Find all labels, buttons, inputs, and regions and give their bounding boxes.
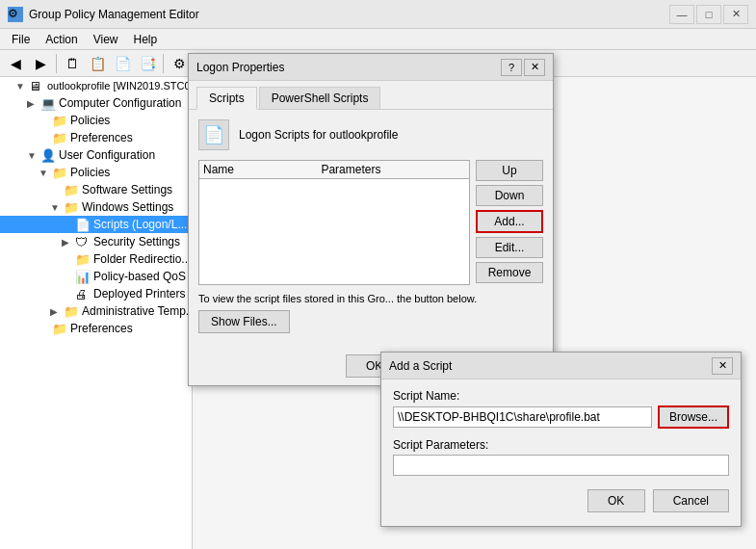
tree-item-preferences-2[interactable]: 📁 Preferences (0, 320, 192, 337)
tree-item-root[interactable]: ▼ 🖥 outlookprofile [WIN2019.STC01... (0, 77, 192, 94)
toolbar-btn-2[interactable]: 📋 (86, 52, 109, 75)
folder-redirect-icon: 📁 (75, 252, 91, 266)
tree-item-policies-1[interactable]: 📁 Policies (0, 112, 192, 129)
logon-properties-dialog: Logon Properties ? ✕ Scripts PowerShell … (188, 53, 554, 386)
browse-button[interactable]: Browse... (658, 405, 729, 429)
expand-icon: ▼ (15, 81, 29, 92)
tree-item-policies-2[interactable]: ▼ 📁 Policies (0, 164, 192, 181)
admin-icon: 📁 (64, 304, 79, 318)
minimize-button[interactable]: — (669, 5, 694, 24)
logon-dialog-content: 📄 Logon Scripts for outlookprofile Name … (189, 110, 553, 351)
up-button[interactable]: Up (476, 160, 543, 181)
tree-item-label: Preferences (70, 322, 133, 335)
expand-icon: ▶ (62, 237, 75, 248)
tab-scripts[interactable]: Scripts (196, 87, 257, 110)
toolbar-btn-1[interactable]: 🗒 (61, 52, 84, 75)
expand-icon: ▶ (50, 306, 64, 317)
close-button[interactable]: ✕ (723, 5, 748, 24)
add-script-titlebar: Add a Script ✕ (381, 353, 741, 379)
add-cancel-button[interactable]: Cancel (653, 489, 729, 512)
tree-item-windows-settings[interactable]: ▼ 📁 Windows Settings (0, 198, 192, 216)
title-bar: ⚙ Group Policy Management Editor — □ ✕ (0, 0, 756, 29)
tree-item-label: Scripts (Logon/L... (93, 218, 187, 231)
tree-item-computer-config[interactable]: ▶ 💻 Computer Configuration (0, 94, 192, 112)
logon-dialog-close[interactable]: ✕ (524, 59, 545, 76)
script-table: Name Parameters (198, 160, 470, 285)
tree-item-folder-redirect[interactable]: 📁 Folder Redirectio... (0, 250, 192, 268)
script-params-label: Script Parameters: (393, 438, 729, 452)
toolbar-forward[interactable]: ▶ (29, 52, 52, 75)
tree-item-label: Preferences (70, 131, 133, 144)
logon-dialog-controls: ? ✕ (501, 59, 545, 76)
tree-item-policy-qos[interactable]: 📊 Policy-based QoS (0, 268, 192, 285)
tab-powershell[interactable]: PowerShell Scripts (259, 87, 381, 109)
folder-icon: 📁 (52, 166, 67, 179)
tree-item-label: Policy-based QoS (93, 270, 186, 283)
add-script-title: Add a Script (389, 359, 712, 373)
folder-icon: 📁 (52, 131, 67, 144)
tree-item-scripts[interactable]: 📄 Scripts (Logon/L... (0, 216, 192, 233)
show-files-text: To view the script files stored in this … (198, 293, 543, 304)
tree-item-label: Administrative Temp... (82, 304, 193, 318)
menu-view[interactable]: View (86, 31, 126, 48)
add-script-dialog: Add a Script ✕ Script Name: Browse... Sc… (380, 352, 742, 527)
user-icon: 👤 (40, 148, 56, 162)
menu-help[interactable]: Help (126, 31, 166, 48)
tree-item-printers[interactable]: 🖨 Deployed Printers (0, 285, 192, 302)
down-button[interactable]: Down (476, 185, 543, 206)
logon-dialog-help[interactable]: ? (501, 59, 522, 76)
tree-item-preferences-1[interactable]: 📁 Preferences (0, 129, 192, 146)
tree-item-security[interactable]: ▶ 🛡 Security Settings (0, 233, 192, 250)
script-name-input[interactable] (393, 406, 652, 428)
tree-item-label: Deployed Printers (93, 287, 185, 301)
folder-icon: 📁 (64, 200, 79, 214)
add-ok-button[interactable]: OK (587, 489, 645, 512)
printer-icon: 🖨 (75, 287, 91, 301)
window-controls: — □ ✕ (669, 5, 748, 24)
script-name-row: Browse... (393, 405, 729, 429)
toolbar-sep-2 (163, 54, 164, 73)
show-files-section: To view the script files stored in this … (198, 293, 543, 333)
tree-item-label: Policies (70, 166, 110, 179)
script-doc-icon: 📄 (198, 119, 229, 150)
remove-button[interactable]: Remove (476, 262, 543, 283)
tree-item-label: User Configuration (59, 148, 155, 162)
tree-item-label: Folder Redirectio... (93, 252, 191, 266)
tree-item-label: Policies (70, 114, 110, 127)
menu-action[interactable]: Action (38, 31, 85, 48)
tree-item-software-settings[interactable]: 📁 Software Settings (0, 181, 192, 198)
tree-item-admin-temp[interactable]: ▶ 📁 Administrative Temp... (0, 302, 192, 320)
security-icon: 🛡 (75, 235, 91, 248)
script-title-text: Logon Scripts for outlookprofile (239, 128, 398, 142)
qos-icon: 📊 (75, 270, 91, 283)
maximize-button[interactable]: □ (696, 5, 721, 24)
script-header: 📄 Logon Scripts for outlookprofile (198, 119, 543, 150)
toolbar-btn-4[interactable]: 📑 (136, 52, 159, 75)
tree-item-user-config[interactable]: ▼ 👤 User Configuration (0, 146, 192, 164)
toolbar-sep-1 (56, 54, 57, 73)
tree-item-label: Computer Configuration (59, 96, 181, 110)
script-action-buttons: Up Down Add... Edit... Remove (476, 160, 543, 285)
tree-item-label: outlookprofile [WIN2019.STC01... (47, 80, 193, 92)
add-script-controls: ✕ (712, 357, 733, 375)
tree-item-label: Software Settings (82, 183, 172, 196)
computer-icon: 🖥 (29, 79, 44, 92)
add-script-content: Script Name: Browse... Script Parameters… (381, 379, 741, 526)
script-name-label: Script Name: (393, 389, 729, 403)
toolbar-back[interactable]: ◀ (4, 52, 27, 75)
script-params-input[interactable] (393, 455, 729, 476)
scripts-icon: 📄 (75, 218, 91, 231)
toolbar-btn-3[interactable]: 📄 (111, 52, 134, 75)
script-table-area: Name Parameters Up Down Add... Edit... R… (198, 160, 543, 285)
expand-icon: ▼ (27, 150, 40, 161)
app-title: Group Policy Management Editor (29, 8, 669, 21)
show-files-button[interactable]: Show Files... (198, 310, 290, 333)
add-script-close[interactable]: ✕ (712, 357, 733, 375)
edit-button[interactable]: Edit... (476, 237, 543, 258)
tree-panel: ▼ 🖥 outlookprofile [WIN2019.STC01... ▶ 💻… (0, 77, 193, 549)
add-button[interactable]: Add... (476, 210, 543, 233)
logon-dialog-title: Logon Properties (196, 61, 501, 74)
logon-tab-bar: Scripts PowerShell Scripts (189, 81, 553, 110)
menu-file[interactable]: File (4, 31, 38, 48)
app-icon: ⚙ (8, 7, 23, 22)
